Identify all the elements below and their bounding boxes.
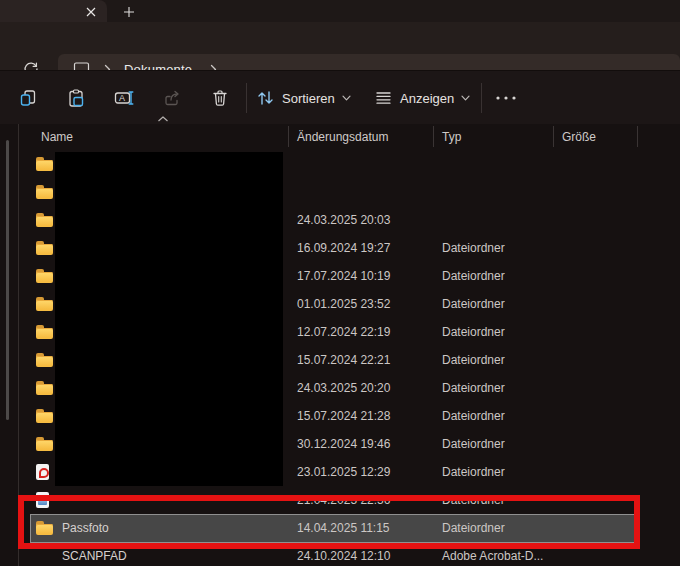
tab-close-button[interactable] bbox=[83, 4, 99, 19]
sort-button[interactable]: Sortieren bbox=[250, 82, 357, 114]
folder-icon bbox=[36, 157, 53, 171]
tab-strip bbox=[0, 0, 680, 22]
sort-label: Sortieren bbox=[282, 91, 335, 106]
file-row[interactable]: 01.01.2025 23:52 Dateiordner bbox=[0, 234, 680, 262]
folder-icon bbox=[36, 353, 53, 367]
column-header-type[interactable]: Typ bbox=[442, 124, 461, 150]
command-bar: A Sortieren bbox=[0, 70, 680, 124]
column-header-date[interactable]: Änderungsdatum bbox=[297, 124, 388, 150]
file-row[interactable]: 15.07.2024 21:28 Dateiordner bbox=[0, 346, 680, 374]
ellipsis-icon bbox=[495, 95, 517, 101]
column-divider[interactable] bbox=[288, 126, 289, 147]
column-header-row: Name Änderungsdatum Typ Größe bbox=[19, 124, 680, 150]
delete-button[interactable] bbox=[202, 82, 238, 114]
view-button[interactable]: Anzeigen bbox=[368, 82, 476, 114]
toolbar-divider bbox=[481, 83, 482, 113]
chevron-down-icon bbox=[461, 95, 470, 101]
file-row[interactable]: 24.03.2025 20:03 Dateiordner bbox=[0, 150, 680, 178]
folder-icon bbox=[36, 381, 53, 395]
chevron-down-icon bbox=[342, 95, 351, 101]
paste-icon bbox=[66, 88, 86, 108]
column-divider[interactable] bbox=[553, 126, 554, 147]
trash-icon bbox=[210, 88, 230, 108]
column-header-size[interactable]: Größe bbox=[562, 124, 596, 150]
share-icon bbox=[162, 88, 182, 108]
svg-text:A: A bbox=[119, 93, 125, 103]
copy-button[interactable] bbox=[10, 82, 46, 114]
file-row[interactable]: 16.09.2024 19:27 Dateiordner bbox=[0, 178, 680, 206]
file-row[interactable]: 21.04.2025 22:56 Dateiordner bbox=[0, 430, 680, 458]
folder-icon bbox=[36, 325, 53, 339]
file-row[interactable]: 15.07.2024 22:21 Dateiordner bbox=[0, 290, 680, 318]
column-divider[interactable] bbox=[637, 126, 638, 147]
file-row[interactable]: 24.03.2025 20:20 Dateiordner bbox=[0, 318, 680, 346]
copy-icon bbox=[18, 88, 38, 108]
file-row[interactable]: 14.04.2025 11:15 Adobe Acrobat-D... 449 … bbox=[0, 458, 680, 486]
close-icon bbox=[86, 7, 96, 17]
file-row[interactable]: 17.07.2024 10:19 Dateiordner bbox=[0, 206, 680, 234]
file-row[interactable]: 23.01.2025 12:29 Dateiordner bbox=[0, 402, 680, 430]
folder-icon bbox=[36, 409, 53, 423]
file-explorer-window: Dokumente A bbox=[0, 0, 680, 566]
view-label: Anzeigen bbox=[400, 91, 454, 106]
sort-arrows-icon bbox=[256, 89, 275, 107]
column-header-name[interactable]: Name bbox=[41, 124, 73, 150]
tab-active[interactable] bbox=[0, 0, 107, 22]
more-options-button[interactable] bbox=[488, 82, 524, 114]
folder-icon bbox=[36, 185, 53, 199]
highlight-annotation bbox=[18, 495, 640, 549]
address-bar-row: Dokumente bbox=[0, 22, 680, 70]
file-row[interactable]: 12.07.2024 22:19 Dateiordner bbox=[0, 262, 680, 290]
toolbar-divider bbox=[246, 83, 247, 113]
file-rows: 24.03.2025 20:03 Dateiordner 16.09.2024 … bbox=[0, 150, 680, 542]
new-tab-button[interactable] bbox=[116, 2, 142, 21]
column-divider[interactable] bbox=[433, 126, 434, 147]
view-lines-icon bbox=[374, 89, 393, 107]
folder-icon bbox=[36, 297, 53, 311]
folder-icon bbox=[36, 241, 53, 255]
folder-icon bbox=[36, 269, 53, 283]
file-list-pane: Name Änderungsdatum Typ Größe 24.03.2025… bbox=[0, 124, 680, 566]
folder-icon bbox=[36, 213, 53, 227]
rename-icon: A bbox=[113, 88, 135, 108]
file-row[interactable]: 30.12.2024 19:46 Dateiordner bbox=[0, 374, 680, 402]
plus-icon bbox=[123, 6, 135, 18]
paste-button[interactable] bbox=[58, 82, 94, 114]
pdf-icon bbox=[36, 464, 49, 480]
share-button[interactable] bbox=[154, 82, 190, 114]
folder-icon bbox=[36, 437, 53, 451]
sort-ascending-icon bbox=[157, 116, 169, 122]
rename-button[interactable]: A bbox=[106, 82, 142, 114]
